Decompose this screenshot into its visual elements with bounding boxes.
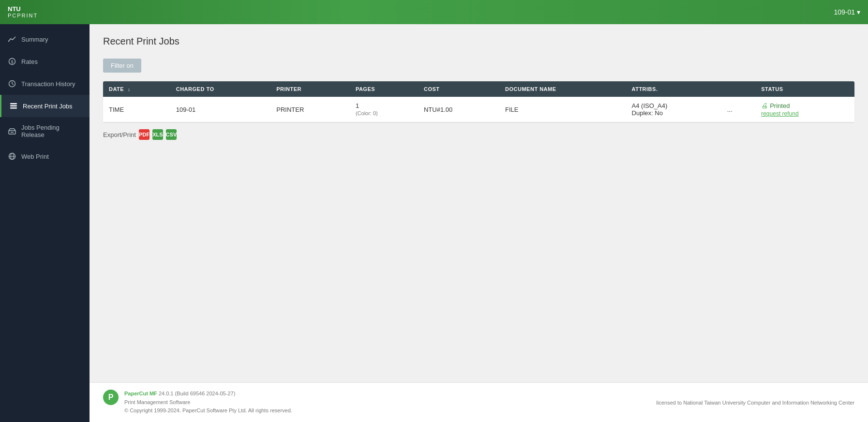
table-row: TIME 109-01 PRINTER 1 (Color: 0) NTU#1.0… xyxy=(103,97,854,122)
layout: Summary $ Rates Transaction History xyxy=(0,24,868,422)
svg-rect-6 xyxy=(10,103,17,105)
svg-line-5 xyxy=(12,84,14,85)
sidebar-item-web-print[interactable]: Web Print xyxy=(0,145,90,167)
footer-text: PaperCut MF 24.0.1 (Build 69546 2024-05-… xyxy=(124,390,292,415)
sidebar-item-label: Transaction History xyxy=(21,80,75,88)
footer-version: 24.0.1 (Build 69546 2024-05-27) xyxy=(159,391,235,396)
footer-logo: P xyxy=(103,390,119,405)
footer-copyright: © Copyright 1999-2024. PaperCut Software… xyxy=(124,407,292,415)
request-refund-link[interactable]: request refund xyxy=(761,110,849,117)
sort-arrow-icon: ↓ xyxy=(128,86,131,92)
col-status: STATUS xyxy=(755,81,854,97)
chevron-down-icon: ▾ xyxy=(857,8,860,16)
footer-license: licensed to National Taiwan University C… xyxy=(657,400,854,406)
sidebar-item-recent-print-jobs[interactable]: Recent Print Jobs xyxy=(0,95,90,117)
logo-line1: NTU xyxy=(8,5,38,13)
logo: NTU PCPRINT xyxy=(8,5,38,19)
col-cost: COST xyxy=(418,81,499,97)
footer-product: Print Management Software xyxy=(124,398,292,407)
page-title: Recent Print Jobs xyxy=(103,36,854,47)
export-pdf-button[interactable]: PDF xyxy=(139,129,150,140)
sidebar: Summary $ Rates Transaction History xyxy=(0,24,90,422)
sidebar-item-label: Rates xyxy=(21,58,38,65)
circle-dollar-icon: $ xyxy=(8,57,16,66)
sidebar-item-summary[interactable]: Summary xyxy=(0,28,90,50)
topbar: NTU PCPRINT 109-01 ▾ xyxy=(0,0,868,24)
clock-icon xyxy=(8,79,16,88)
cell-status: 🖨 Printed request refund xyxy=(755,97,854,122)
chart-icon xyxy=(8,35,16,44)
inbox-icon xyxy=(8,127,16,136)
status-printed: 🖨 Printed xyxy=(761,102,849,109)
footer-brand: PaperCut MF xyxy=(124,391,157,396)
main-content: Recent Print Jobs Filter on DATE ↓ CHARG… xyxy=(90,24,868,422)
col-pages: PAGES xyxy=(350,81,418,97)
footer-left: P PaperCut MF 24.0.1 (Build 69546 2024-0… xyxy=(103,390,292,415)
col-attribs: ATTRIBS. xyxy=(626,81,721,97)
footer: P PaperCut MF 24.0.1 (Build 69546 2024-0… xyxy=(90,382,868,422)
sidebar-item-label: Recent Print Jobs xyxy=(23,103,73,110)
export-row: Export/Print PDF XLS CSV xyxy=(103,129,854,140)
sidebar-item-label: Web Print xyxy=(21,153,49,160)
table-body: TIME 109-01 PRINTER 1 (Color: 0) NTU#1.0… xyxy=(103,97,854,122)
printer-icon: 🖨 xyxy=(761,102,768,109)
sidebar-item-label: Jobs Pending Release xyxy=(21,124,82,138)
cell-date: TIME xyxy=(103,97,170,122)
export-csv-button[interactable]: CSV xyxy=(166,129,177,140)
account-selector[interactable]: 109-01 ▾ xyxy=(834,8,860,16)
svg-text:$: $ xyxy=(11,60,13,64)
col-charged-to: CHARGED TO xyxy=(170,81,270,97)
cell-document-name: FILE xyxy=(499,97,626,122)
col-printer: PRINTER xyxy=(270,81,350,97)
logo-line2: PCPRINT xyxy=(8,13,38,19)
jobs-table: DATE ↓ CHARGED TO PRINTER PAGES xyxy=(103,81,854,122)
cell-cost: NTU#1.00 xyxy=(418,97,499,122)
svg-rect-8 xyxy=(10,107,17,109)
col-extra xyxy=(721,81,755,97)
account-label: 109-01 xyxy=(834,8,855,16)
cell-charged-to: 109-01 xyxy=(170,97,270,122)
cell-printer: PRINTER xyxy=(270,97,350,122)
logo-text: NTU PCPRINT xyxy=(8,5,38,19)
content-area: Recent Print Jobs Filter on DATE ↓ CHARG… xyxy=(90,24,868,382)
sidebar-item-rates[interactable]: $ Rates xyxy=(0,50,90,73)
table-header: DATE ↓ CHARGED TO PRINTER PAGES xyxy=(103,81,854,97)
sidebar-item-label: Summary xyxy=(21,36,48,43)
list-icon xyxy=(9,102,18,110)
filter-button[interactable]: Filter on xyxy=(103,59,141,73)
sidebar-item-transaction-history[interactable]: Transaction History xyxy=(0,73,90,95)
export-xls-button[interactable]: XLS xyxy=(152,129,163,140)
col-document-name: DOCUMENT NAME xyxy=(499,81,626,97)
sidebar-item-jobs-pending-release[interactable]: Jobs Pending Release xyxy=(0,117,90,145)
cell-attribs: A4 (ISO_A4) Duplex: No xyxy=(626,97,721,122)
svg-rect-7 xyxy=(10,106,17,107)
cell-pages: 1 (Color: 0) xyxy=(350,97,418,122)
globe-icon xyxy=(8,152,16,161)
export-label: Export/Print xyxy=(103,131,136,138)
cell-extra: ... xyxy=(721,97,755,122)
col-date[interactable]: DATE ↓ xyxy=(103,81,170,97)
